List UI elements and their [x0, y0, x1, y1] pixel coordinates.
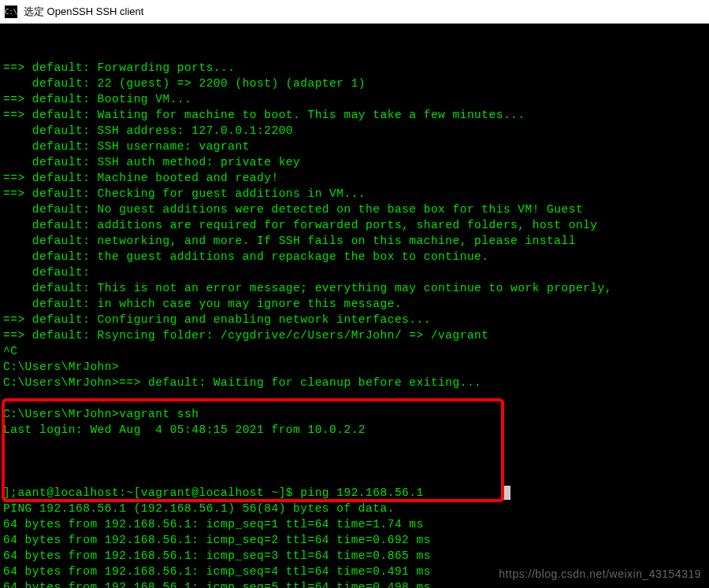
cursor-block: [503, 486, 510, 500]
terminal-line: default: additions are required for forw…: [3, 217, 706, 233]
terminal-line: ==> default: Configuring and enabling ne…: [3, 312, 706, 327]
window-title: 选定 OpenSSH SSH client: [24, 5, 143, 19]
terminal-output: ==> default: Forwarding ports... default…: [3, 60, 706, 588]
terminal-line: C:\Users\MrJohn>==> default: Waiting for…: [3, 375, 706, 390]
terminal-line: [3, 469, 706, 485]
terminal-line: ==> default: Forwarding ports...: [3, 60, 706, 76]
terminal-line: default: in which case you may ignore th…: [3, 296, 706, 312]
terminal-line: C:\Users\MrJohn>vagrant ssh: [3, 406, 706, 422]
terminal-line: 64 bytes from 192.168.56.1: icmp_seq=2 t…: [3, 532, 706, 548]
terminal-line: 64 bytes from 192.168.56.1: icmp_seq=5 t…: [3, 579, 706, 588]
terminal-viewport[interactable]: ==> default: Forwarding ports... default…: [0, 24, 709, 588]
terminal-line: default: the guest additions and repacka…: [3, 249, 706, 264]
terminal-line: [3, 390, 706, 406]
terminal-line: default: SSH auth method: private key: [3, 154, 706, 170]
terminal-line: ==> default: Rsyncing folder: /cygdrive/…: [3, 327, 706, 343]
terminal-line: default: This is not an error message; e…: [3, 280, 706, 296]
terminal-line: [3, 453, 706, 469]
terminal-line: default: SSH address: 127.0.0.1:2200: [3, 123, 706, 139]
terminal-line: 64 bytes from 192.168.56.1: icmp_seq=3 t…: [3, 548, 706, 564]
terminal-line: ];aant@localhost:~[vagrant@localhost ~]$…: [3, 485, 706, 501]
terminal-line: PING 192.168.56.1 (192.168.56.1) 56(84) …: [3, 501, 706, 516]
app-icon: C:\: [5, 6, 17, 18]
terminal-line: [3, 438, 706, 453]
terminal-line: ==> default: Waiting for machine to boot…: [3, 107, 706, 123]
terminal-line: ==> default: Machine booted and ready!: [3, 170, 706, 186]
terminal-line: ==> default: Booting VM...: [3, 91, 706, 107]
terminal-line: ==> default: Checking for guest addition…: [3, 186, 706, 202]
terminal-line: 64 bytes from 192.168.56.1: icmp_seq=4 t…: [3, 564, 706, 579]
terminal-line: 64 bytes from 192.168.56.1: icmp_seq=1 t…: [3, 516, 706, 532]
terminal-line: default:: [3, 264, 706, 280]
terminal-line: default: 22 (guest) => 2200 (host) (adap…: [3, 76, 706, 91]
terminal-line: default: SSH username: vagrant: [3, 139, 706, 154]
window-titlebar[interactable]: C:\ 选定 OpenSSH SSH client: [0, 0, 709, 24]
terminal-line: Last login: Wed Aug 4 05:48:15 2021 from…: [3, 422, 706, 438]
terminal-line: ^C: [3, 343, 706, 359]
terminal-line: default: networking, and more. If SSH fa…: [3, 233, 706, 249]
terminal-line: C:\Users\MrJohn>: [3, 359, 706, 375]
terminal-line: default: No guest additions were detecte…: [3, 202, 706, 217]
